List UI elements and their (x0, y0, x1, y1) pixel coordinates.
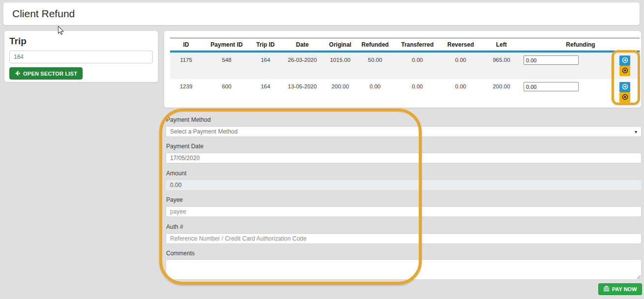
cell-id: 1239 (170, 79, 202, 89)
cell-date: 13-05-2020 (280, 79, 325, 89)
trip-number-input[interactable] (9, 51, 153, 63)
cell-id: 1175 (170, 53, 202, 63)
col-header-left: Left (481, 38, 522, 51)
cell-actions (610, 79, 640, 103)
col-header-trip-id: Trip ID (251, 38, 280, 51)
payments-table-card: ID Payment ID Trip ID Date Original Refu… (164, 30, 642, 108)
refunding-amount-input[interactable] (524, 55, 579, 65)
comments-label: Comments (166, 250, 195, 257)
select-refund-button[interactable] (619, 66, 630, 76)
pay-now-button[interactable]: PAY NOW (598, 283, 642, 295)
arrow-circle-icon (621, 56, 629, 65)
amount-label: Amount (166, 170, 186, 177)
transfer-refund-button[interactable] (619, 55, 630, 66)
col-header-reversed: Reversed (440, 38, 481, 51)
cell-payment-id: 600 (202, 79, 251, 89)
refunding-amount-input[interactable] (524, 82, 579, 91)
page-title: Client Refund (12, 8, 75, 20)
select-refund-button[interactable] (619, 92, 630, 103)
col-header-refunded: Refunded (355, 38, 395, 51)
table-row: 1239 600 164 13-05-2020 200.00 0.00 0.00… (170, 79, 640, 106)
trip-panel-title: Trip (9, 36, 153, 47)
cell-actions (610, 53, 640, 76)
cell-date: 26-03-2020 (280, 53, 325, 63)
payment-date-label: Payment Date (166, 143, 204, 150)
table-header-row: ID Payment ID Trip ID Date Original Refu… (170, 38, 640, 51)
cell-original: 1015.00 (325, 53, 355, 63)
trip-panel: Trip ✈ OPEN SECTOR LIST (4, 30, 158, 82)
dot-circle-icon (621, 93, 629, 102)
col-header-id: ID (170, 38, 202, 51)
cell-refunded: 50.00 (355, 53, 395, 63)
cell-refunding (522, 79, 610, 91)
auth-number-label: Auth # (166, 223, 183, 230)
payments-table: ID Payment ID Trip ID Date Original Refu… (170, 38, 640, 106)
plane-icon: ✈ (15, 70, 20, 77)
col-header-payment-id: Payment ID (202, 38, 251, 51)
cell-refunded: 0.00 (355, 79, 395, 89)
auth-number-input[interactable] (166, 233, 642, 244)
table-row: 1175 548 164 26-03-2020 1015.00 50.00 0.… (170, 53, 640, 79)
pay-now-label: PAY NOW (612, 286, 637, 292)
cell-left: 200.00 (481, 79, 522, 89)
amount-input (166, 180, 642, 190)
page-header: Client Refund (3, 2, 640, 26)
payment-method-selected-value: Select a Payment Method (170, 128, 237, 135)
comments-textarea[interactable] (166, 259, 642, 280)
transfer-refund-button[interactable] (619, 82, 630, 92)
col-header-date: Date (280, 38, 325, 51)
dot-circle-icon (621, 67, 629, 76)
cell-payment-id: 548 (202, 53, 251, 63)
open-sector-list-button[interactable]: ✈ OPEN SECTOR LIST (9, 67, 83, 80)
cell-reversed: 0.00 (440, 53, 481, 63)
payee-label: Payee (166, 196, 183, 203)
cell-trip-id: 164 (251, 53, 280, 63)
chevron-down-icon: ▾ (635, 129, 637, 135)
arrow-circle-icon (621, 83, 629, 92)
open-sector-list-label: OPEN SECTOR LIST (23, 71, 77, 77)
payee-input[interactable] (166, 206, 642, 217)
cell-trip-id: 164 (251, 79, 280, 89)
col-header-original: Original (325, 38, 355, 51)
col-header-refunding: Refunding (522, 38, 640, 51)
cell-transferred: 0.00 (395, 53, 440, 63)
bank-icon (603, 286, 610, 293)
col-header-transferred: Transferred (395, 38, 440, 51)
cell-reversed: 0.00 (440, 79, 481, 89)
cell-original: 200.00 (325, 79, 355, 89)
cell-refunding (522, 53, 610, 65)
cell-transferred: 0.00 (395, 79, 440, 89)
payment-method-label: Payment Method (166, 116, 211, 123)
payment-date-input[interactable] (166, 153, 642, 163)
payment-method-select[interactable]: Select a Payment Method ▾ (166, 126, 642, 137)
cell-left: 965.00 (481, 53, 522, 63)
